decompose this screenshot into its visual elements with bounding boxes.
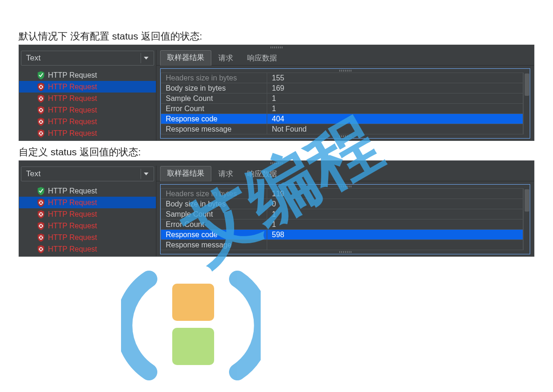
chevron-down-icon [141,169,151,179]
table-row[interactable]: Error Count1 [161,219,523,230]
table-row[interactable]: Response messageNot Found [161,124,523,134]
table-row[interactable]: Response code404 [161,114,523,124]
row-key: Body size in bytes [161,83,267,93]
shield-error-icon [37,245,45,254]
row-key: Response message [161,240,267,250]
tree-item[interactable]: HTTP Request [19,93,156,104]
results-grid: Headers size in bytes155Body size in byt… [160,68,530,139]
tree-item[interactable]: HTTP Request [19,81,156,93]
table-row[interactable]: Body size in bytes0 [161,199,523,209]
table-row[interactable]: Response message [161,240,523,250]
row-value: 598 [267,230,523,240]
table-row[interactable]: Sample Count1 [161,209,523,219]
svg-rect-11 [172,284,214,321]
view-mode-label: Text [26,53,141,63]
shield-ok-icon [37,186,45,196]
tree-item-label: HTTP Request [48,129,97,138]
tree-item[interactable]: HTTP Request [19,116,156,127]
tree-item[interactable]: HTTP Request [19,69,156,81]
table-row[interactable]: Response code598 [161,230,523,240]
tree-item[interactable]: HTTP Request [19,220,156,232]
panel-drag-handle[interactable] [19,45,534,50]
vertical-scrollbar[interactable] [523,73,530,134]
jmeter-panel-default: Text HTTP RequestHTTP RequestHTTP Reques… [19,45,534,141]
tree-item-label: HTTP Request [48,71,97,80]
table-row[interactable]: Headers size in bytes155 [161,73,523,83]
row-value: 119 [267,189,523,199]
row-key: Body size in bytes [161,199,267,209]
results-tree[interactable]: HTTP RequestHTTP RequestHTTP RequestHTTP… [19,68,156,140]
tree-item-label: HTTP Request [48,233,97,242]
row-value [267,240,523,250]
sidebar: Text HTTP RequestHTTP RequestHTTP Reques… [19,166,156,256]
svg-rect-12 [172,328,214,365]
shield-error-icon [37,129,45,138]
row-key: Sample Count [161,209,267,219]
jmeter-panel-custom: Text HTTP RequestHTTP RequestHTTP Reques… [19,160,534,257]
tree-item-label: HTTP Request [48,210,97,219]
row-value: 169 [267,83,523,93]
shield-error-icon [37,106,45,115]
row-value: 1 [267,93,523,104]
results-table: Headers size in bytes155Body size in byt… [161,73,523,134]
vertical-scrollbar[interactable] [523,188,530,250]
tree-item[interactable]: HTTP Request [19,127,156,139]
panel-drag-handle[interactable] [19,161,534,166]
results-grid: Headers size in bytes119Body size in byt… [160,184,530,254]
row-key: Sample Count [161,93,267,104]
watermark-logo [121,260,261,381]
caption-custom: 自定义 status 返回值的状态: [0,144,553,160]
tree-item-label: HTTP Request [48,199,97,207]
table-row[interactable]: Headers size in bytes119 [161,189,523,199]
row-value: 1 [267,219,523,230]
shield-error-icon [37,82,45,92]
results-tree[interactable]: HTTP RequestHTTP RequestHTTP RequestHTTP… [19,184,156,256]
view-mode-label: Text [26,169,141,179]
caption-default: 默认情况下 没有配置 status 返回值的状态: [0,28,553,45]
sidebar: Text HTTP RequestHTTP RequestHTTP Reques… [19,50,156,140]
tab-1[interactable]: 请求 [211,51,240,66]
results-table: Headers size in bytes119Body size in byt… [161,188,523,250]
row-value: 1 [267,104,523,114]
tree-item[interactable]: HTTP Request [19,197,156,208]
table-row[interactable]: Error Count1 [161,104,523,114]
row-key: Response message [161,124,267,134]
row-key: Error Count [161,104,267,114]
tree-item-label: HTTP Request [48,187,97,195]
row-value: 0 [267,199,523,209]
tree-item[interactable]: HTTP Request [19,208,156,220]
table-row[interactable]: Sample Count1 [161,93,523,104]
tree-item-label: HTTP Request [48,245,97,253]
tree-item[interactable]: HTTP Request [19,232,156,243]
row-value: 404 [267,114,523,124]
tab-2[interactable]: 响应数据 [240,51,284,66]
row-key: Headers size in bytes [161,189,267,199]
shield-error-icon [37,210,45,219]
tree-item-label: HTTP Request [48,118,97,126]
tab-2[interactable]: 响应数据 [240,166,284,181]
detail-tabs: 取样器结果请求响应数据 [156,50,534,66]
row-key: Error Count [161,219,267,230]
tree-item-label: HTTP Request [48,106,97,114]
tab-0[interactable]: 取样器结果 [160,166,211,181]
shield-error-icon [37,221,45,231]
tree-item[interactable]: HTTP Request [19,243,156,255]
row-value: 1 [267,209,523,219]
tree-item-label: HTTP Request [48,222,97,230]
shield-error-icon [37,94,45,103]
chevron-down-icon [141,53,151,63]
shield-error-icon [37,117,45,126]
tree-item-label: HTTP Request [48,94,97,103]
tab-0[interactable]: 取样器结果 [160,50,211,66]
detail-tabs: 取样器结果请求响应数据 [156,166,534,181]
tab-1[interactable]: 请求 [211,166,240,181]
row-value: 155 [267,73,523,83]
view-mode-dropdown[interactable]: Text [21,166,154,181]
details-pane: 取样器结果请求响应数据 Headers size in bytes119Body… [156,166,534,256]
tree-item[interactable]: HTTP Request [19,185,156,197]
table-row[interactable]: Body size in bytes169 [161,83,523,93]
shield-error-icon [37,233,45,242]
tree-item[interactable]: HTTP Request [19,104,156,116]
row-value: Not Found [267,124,523,134]
view-mode-dropdown[interactable]: Text [21,51,154,66]
